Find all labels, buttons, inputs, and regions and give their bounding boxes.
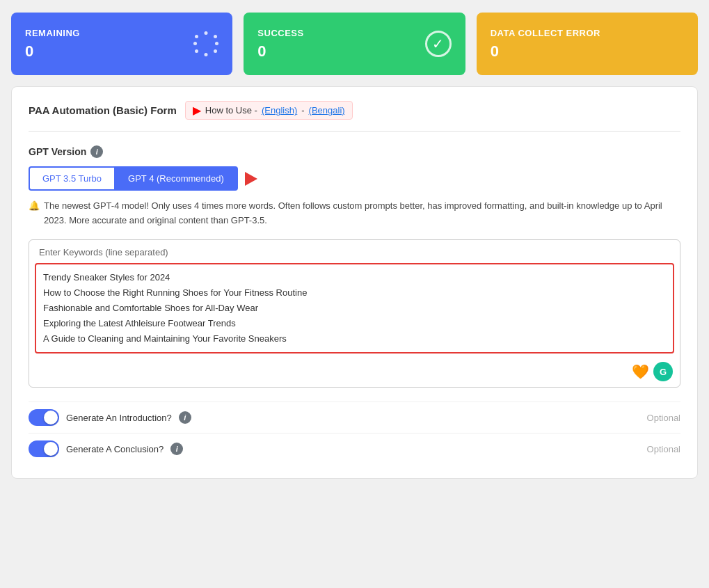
success-value: 0 <box>257 42 303 61</box>
success-label: SUCCESS <box>257 28 303 38</box>
emoji-icon: 🧡 <box>632 363 649 380</box>
generate-conclusion-toggle[interactable] <box>29 440 59 457</box>
stat-card-success: SUCCESS 0 ✓ <box>244 13 465 75</box>
generate-intro-row: Generate An Introduction? i Optional <box>29 402 680 433</box>
gpt-notice-text: The newest GPT-4 model! Only uses 4 time… <box>44 199 680 228</box>
bell-icon: 🔔 <box>29 199 40 228</box>
gpt-version-section: GPT Version i GPT 3.5 Turbo GPT 4 (Recom… <box>29 145 680 228</box>
conclusion-optional-text: Optional <box>647 444 680 454</box>
separator: - <box>301 105 304 116</box>
intro-info-icon[interactable]: i <box>179 411 191 424</box>
toggle-intro-left: Generate An Introduction? i <box>29 409 191 426</box>
gpt-button-group: GPT 3.5 Turbo GPT 4 (Recommended) <box>29 166 680 191</box>
error-value: 0 <box>491 42 600 61</box>
generate-intro-toggle[interactable] <box>29 409 59 426</box>
keywords-label: Enter Keywords (line separated) <box>29 240 680 263</box>
gpt-section-label: GPT Version i <box>29 145 680 158</box>
keyword-line-3: Fashionable and Comfortable Shoes for Al… <box>43 301 666 316</box>
toggle-intro-knob <box>44 411 58 424</box>
how-to-english-link[interactable]: (English) <box>262 105 297 116</box>
form-header: PAA Automation (Basic) Form ▶ How to Use… <box>29 101 680 132</box>
grammarly-icon: G <box>653 362 673 381</box>
keywords-wrapper: Enter Keywords (line separated) Trendy S… <box>29 239 680 388</box>
keywords-highlighted-area[interactable]: Trendy Sneaker Styles for 2024 How to Ch… <box>35 263 674 353</box>
how-to-bengali-link[interactable]: (Bengali) <box>309 105 345 116</box>
conclusion-info-icon[interactable]: i <box>170 443 183 455</box>
youtube-icon: ▶ <box>193 104 201 117</box>
keyword-line-1: Trendy Sneaker Styles for 2024 <box>43 270 666 285</box>
generate-conclusion-row: Generate A Conclusion? i Optional <box>29 433 680 464</box>
toggle-conclusion-knob <box>44 442 58 456</box>
generate-intro-label: Generate An Introduction? <box>66 413 172 423</box>
stat-remaining-info: REMAINING 0 <box>25 28 80 61</box>
gpt-notice: 🔔 The newest GPT-4 model! Only uses 4 ti… <box>29 199 680 228</box>
remaining-label: REMAINING <box>25 28 80 38</box>
keyword-line-4: Exploring the Latest Athleisure Footwear… <box>43 316 666 331</box>
intro-optional-text: Optional <box>647 413 680 423</box>
toggle-conclusion-left: Generate A Conclusion? i <box>29 440 183 457</box>
form-title: PAA Automation (Basic) Form <box>29 104 177 116</box>
stats-row: REMAINING 0 SUCCESS 0 ✓ DATA COLLECT ERR… <box>0 0 709 86</box>
generate-conclusion-label: Generate A Conclusion? <box>66 444 164 454</box>
keyword-line-5: A Guide to Cleaning and Maintaining Your… <box>43 331 666 347</box>
gpt-4-recommended-button[interactable]: GPT 4 (Recommended) <box>114 166 238 191</box>
arrow-indicator <box>245 172 257 186</box>
keyword-line-2: How to Choose the Right Running Shoes fo… <box>43 285 666 301</box>
stat-card-error: DATA COLLECT ERROR 0 <box>477 13 698 75</box>
spinner-icon <box>193 31 218 56</box>
gpt-35-turbo-button[interactable]: GPT 3.5 Turbo <box>29 166 114 191</box>
remaining-value: 0 <box>25 42 80 61</box>
how-to-label: How to Use - <box>205 105 257 116</box>
keywords-footer: 🧡 G <box>29 359 680 387</box>
check-circle-icon: ✓ <box>425 31 452 57</box>
error-label: DATA COLLECT ERROR <box>491 28 600 38</box>
gpt-info-icon[interactable]: i <box>90 145 103 158</box>
arrow-right-icon <box>245 172 257 186</box>
how-to-badge: ▶ How to Use - (English) - (Bengali) <box>185 101 353 120</box>
form-panel: PAA Automation (Basic) Form ▶ How to Use… <box>11 86 698 479</box>
stat-success-info: SUCCESS 0 <box>257 28 303 61</box>
stat-error-info: DATA COLLECT ERROR 0 <box>491 28 600 61</box>
stat-card-remaining: REMAINING 0 <box>11 13 232 75</box>
